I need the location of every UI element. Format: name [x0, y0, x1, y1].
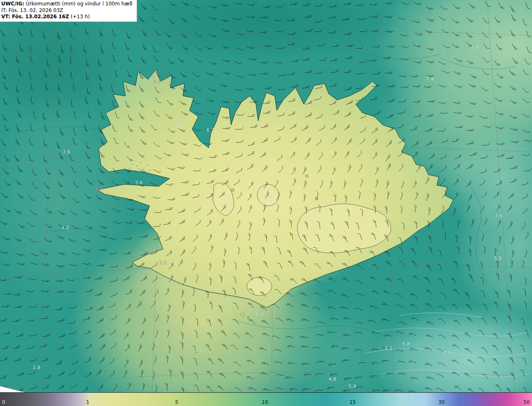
colorbar-tick-label: 30 [438, 399, 445, 405]
colorbar-tick-label: 50 [524, 399, 530, 405]
map-title: Úrkomumætti (mm) og vindur í 100m hæð [24, 1, 132, 7]
colorbar-tick-label: 1 [86, 399, 89, 405]
valid-time: VT: Fös. 13.02.2026 16Z [1, 14, 69, 20]
colorbar-wrap: 01510153050 [0, 392, 532, 406]
colorbar-tick-label: 15 [350, 399, 356, 405]
valid-time-line: VT: Fös. 13.02.2026 16Z (+13 h) [1, 14, 133, 20]
map-svg [0, 0, 532, 392]
colorbar-tick-label: 5 [175, 399, 178, 405]
map-title-box: UWC/IG: Úrkomumætti (mm) og vindur í 100… [0, 0, 137, 22]
map-canvas: 6.77.43.26.56.26.87.61.43.63.31.61.07.54… [0, 0, 532, 392]
model-id: UWC/IG: [1, 1, 24, 7]
init-time: IT: Fös. 13. 02. 2026 03Z [1, 7, 133, 14]
lead-time: (+13 h) [69, 14, 90, 20]
map-title-line: UWC/IG: Úrkomumætti (mm) og vindur í 100… [1, 1, 133, 7]
colorbar-tick-label: 10 [262, 399, 268, 405]
weather-map-screen: 6.77.43.26.56.26.87.61.43.63.31.61.07.54… [0, 0, 532, 406]
colorbar-tick-label: 0 [2, 399, 5, 405]
